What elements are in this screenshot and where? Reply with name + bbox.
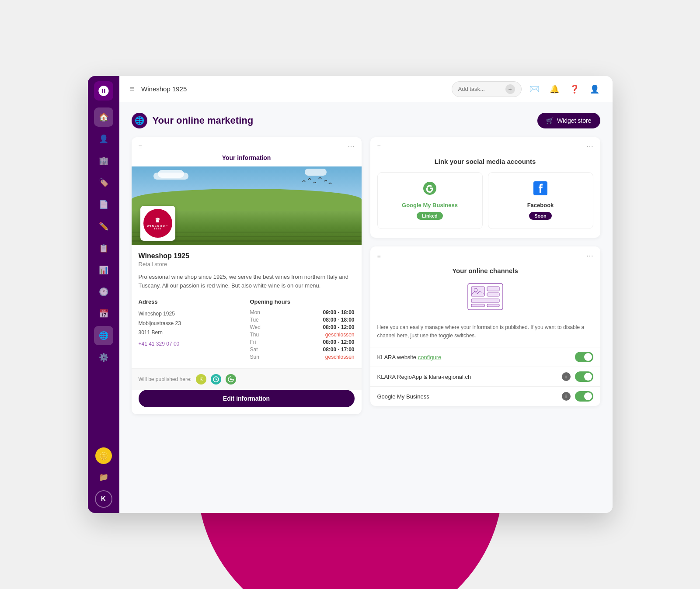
social-card-menu[interactable]: ⋯ (586, 142, 593, 151)
publish-icon-google (226, 374, 236, 385)
main-grid: ≡ ⋯ Your information (132, 137, 600, 414)
klara-website-toggle[interactable]: ✓ (575, 352, 593, 362)
sidebar-avatar[interactable]: K (95, 490, 112, 508)
sidebar-item-tags[interactable]: 🏷️ (94, 173, 113, 192)
address-line-2: Mobijoustrasse 23 (139, 319, 243, 329)
hours-row-tue: Tue 08:00 - 18:00 (250, 317, 355, 323)
info-details: Adress Wineshop 1925 Mobijoustrasse 23 3… (139, 298, 355, 361)
sidebar-item-coin[interactable]: 🪙 (95, 447, 112, 464)
page-header-icon: 🌐 (132, 113, 147, 128)
publish-label: Will be published here: (139, 376, 192, 382)
channels-card-header: ≡ ⋯ (370, 246, 600, 263)
sidebar-item-clipboard[interactable]: 📋 (94, 239, 113, 258)
hours-time-thu: geschlossen (325, 332, 355, 338)
add-task-plus-button[interactable]: + (505, 84, 515, 94)
widget-store-label: Widget store (557, 117, 592, 124)
hours-day-mon: Mon (250, 309, 260, 315)
channel-name-klara-website: KLARA website configure (377, 354, 575, 360)
add-task-input[interactable]: + (452, 81, 522, 97)
google-mybusiness-status: Linked (417, 212, 442, 220)
publish-icon-klara: K (196, 374, 206, 385)
shop-type: Retail store (139, 261, 355, 267)
topbar: ≡ Wineshop 1925 + ✉️ 🔔 ❓ 👤 (119, 76, 613, 102)
address-line-1: Wineshop 1925 (139, 309, 243, 319)
hours-day-thu: Thu (250, 332, 259, 338)
add-task-field[interactable] (458, 86, 502, 92)
phone-number: +41 41 329 07 00 (139, 340, 243, 349)
info-hours: Opening hours Mon 09:00 - 18:00 Tue 08:0… (250, 298, 355, 361)
sidebar-item-settings[interactable]: ⚙️ (94, 348, 113, 367)
sidebar-item-edit[interactable]: ✏️ (94, 217, 113, 236)
widget-store-button[interactable]: 🛒 Widget store (537, 113, 600, 128)
sidebar-logo[interactable] (94, 81, 113, 100)
drag-handle[interactable]: ≡ (139, 143, 142, 150)
main-area: ≡ Wineshop 1925 + ✉️ 🔔 ❓ 👤 🌐 Your online… (119, 76, 613, 513)
hours-day-wed: Wed (250, 324, 261, 330)
hours-time-sat: 08:00 - 17:00 (323, 346, 354, 353)
sidebar-nav: 🏠 👤 🏢 🏷️ 📄 ✏️ 📋 📊 🕐 📅 🌐 ⚙️ (94, 107, 113, 447)
social-card-title: Link your social media accounts (370, 154, 600, 172)
menu-icon[interactable]: ≡ (130, 84, 135, 94)
mail-button[interactable]: ✉️ (527, 82, 542, 97)
shop-name: Wineshop 1925 (139, 252, 355, 260)
regio-info-icon[interactable]: i (562, 372, 571, 381)
svg-rect-8 (471, 299, 499, 302)
shop-logo-box: ♛ WINESHOP 1925 (140, 206, 175, 241)
channels-card: ≡ ⋯ Your online channels (370, 246, 600, 406)
info-card-menu[interactable]: ⋯ (348, 142, 355, 151)
topbar-actions: + ✉️ 🔔 ❓ 👤 (452, 81, 602, 97)
hours-row-thu: Thu geschlossen (250, 332, 355, 338)
sidebar: 🏠 👤 🏢 🏷️ 📄 ✏️ 📋 📊 🕐 📅 🌐 ⚙️ 🪙 📁 K (88, 76, 119, 513)
regio-toggle[interactable]: ✓ (575, 371, 593, 382)
sidebar-item-time[interactable]: 🕐 (94, 282, 113, 301)
sidebar-item-documents[interactable]: 📄 (94, 195, 113, 214)
channels-illustration (370, 281, 600, 316)
sidebar-item-company[interactable]: 🏢 (94, 151, 113, 170)
info-card: ≡ ⋯ Your information (132, 137, 362, 414)
sidebar-item-contacts[interactable]: 👤 (94, 129, 113, 149)
hours-day-fri: Fri (250, 339, 256, 345)
social-drag-handle[interactable]: ≡ (377, 143, 381, 150)
sidebar-item-reports[interactable]: 📊 (94, 260, 113, 280)
google-mybusiness-icon (423, 181, 437, 198)
channels-drag-handle[interactable]: ≡ (377, 253, 381, 260)
hours-time-tue: 08:00 - 18:00 (323, 317, 354, 323)
svg-rect-10 (487, 304, 499, 307)
info-card-header: ≡ ⋯ (132, 137, 362, 154)
user-button[interactable]: 👤 (587, 82, 602, 97)
hours-row-mon: Mon 09:00 - 18:00 (250, 309, 355, 315)
channels-description: Here you can easily manage where your in… (370, 323, 600, 340)
klara-website-configure-link[interactable]: configure (418, 354, 441, 360)
google-toggle[interactable]: ✓ (575, 391, 593, 402)
topbar-title: Wineshop 1925 (141, 85, 444, 93)
hours-table: Mon 09:00 - 18:00 Tue 08:00 - 18:00 Wed (250, 309, 355, 360)
shop-logo-circle: ♛ WINESHOP 1925 (143, 209, 172, 238)
sidebar-item-home[interactable]: 🏠 (94, 107, 113, 127)
toggle-check-icon: ✓ (588, 355, 591, 360)
edit-information-button[interactable]: Edit information (139, 390, 355, 407)
address-title: Adress (139, 298, 243, 305)
facebook-f-icon (533, 181, 547, 195)
hours-row-wed: Wed 08:00 - 12:00 (250, 324, 355, 330)
channel-row-google: Google My Business i ✓ (370, 386, 600, 406)
hours-time-fri: 08:00 - 12:00 (323, 339, 354, 345)
notification-button[interactable]: 🔔 (547, 82, 562, 97)
facebook-status: Soon (529, 212, 552, 220)
svg-point-1 (230, 378, 232, 380)
help-button[interactable]: ❓ (567, 82, 582, 97)
sidebar-item-files[interactable]: 📁 (94, 468, 113, 487)
google-mybusiness-item[interactable]: Google My Business Linked (377, 172, 483, 229)
facebook-item[interactable]: Facebook Soon (488, 172, 593, 229)
sidebar-item-calendar[interactable]: 📅 (94, 304, 113, 323)
sidebar-item-online[interactable]: 🌐 (94, 326, 113, 345)
hours-day-tue: Tue (250, 317, 259, 323)
svg-rect-9 (471, 304, 484, 307)
svg-rect-5 (471, 287, 484, 296)
page-header: 🌐 Your online marketing 🛒 Widget store (132, 113, 600, 128)
channels-card-menu[interactable]: ⋯ (586, 252, 593, 260)
sidebar-bottom: 🪙 📁 K (94, 447, 113, 508)
google-info-icon[interactable]: i (562, 392, 571, 401)
channels-card-title: Your online channels (370, 263, 600, 281)
hours-day-sun: Sun (250, 354, 259, 360)
google-toggle-check-icon: ✓ (588, 394, 591, 399)
